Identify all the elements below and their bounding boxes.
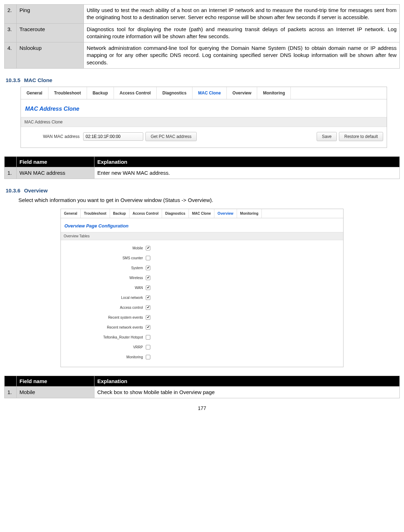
overview-field-table: Field name Explanation 1. Mobile Check b…	[4, 376, 400, 398]
row-desc: Enter new WAN MAC address.	[94, 167, 400, 179]
tab-mac-clone[interactable]: MAC Clone	[192, 87, 227, 99]
tab-monitoring[interactable]: Monitoring	[257, 87, 291, 99]
row-number: 3.	[5, 23, 17, 42]
diagnostics-table: 2. Ping Utility used to test the reach a…	[4, 4, 400, 69]
section-bar: Overview Tables	[61, 232, 343, 240]
col-explanation: Explanation	[94, 376, 400, 387]
section-number: 10.3.6	[6, 187, 21, 193]
cb-row-system: System	[64, 263, 340, 273]
cb-label: SMS counter	[64, 256, 146, 260]
page-number: 177	[4, 405, 400, 411]
checkbox-wireless[interactable]	[146, 276, 150, 280]
checkbox-local-network[interactable]	[146, 295, 150, 300]
checkbox-access-control[interactable]	[146, 305, 150, 310]
tab-overview[interactable]: Overview	[214, 209, 237, 218]
row-number: 2.	[5, 5, 17, 24]
col-field-name: Field name	[17, 156, 94, 167]
cb-label: Recent system events	[64, 316, 146, 319]
row-number: 1.	[5, 167, 17, 179]
row-desc: Utility used to test the reach ability o…	[84, 5, 400, 24]
cb-row-local-network: Local network	[64, 293, 340, 302]
section-heading-overview: 10.3.6 Overview	[6, 187, 400, 193]
col-blank	[5, 156, 17, 167]
tab-diagnostics[interactable]: Diagnostics	[162, 209, 189, 218]
tab-backup[interactable]: Backup	[110, 209, 129, 218]
row-field: Nslookup	[17, 42, 84, 69]
cb-label: Local network	[64, 296, 146, 300]
cb-row-hotspot: Teltonika_Router Hotspot	[64, 332, 340, 342]
cb-label: Recent network events	[64, 325, 146, 329]
row-number: 4.	[5, 42, 17, 69]
cb-row-mobile: Mobile	[64, 243, 340, 253]
tab-backup[interactable]: Backup	[87, 87, 114, 99]
overview-checkbox-list: Mobile SMS counter System Wireless WAN L…	[61, 240, 343, 367]
row-field: Traceroute	[17, 23, 84, 42]
wan-mac-input[interactable]	[83, 132, 143, 141]
cb-label: Teltonika_Router Hotspot	[64, 335, 146, 339]
tab-overview[interactable]: Overview	[227, 87, 257, 99]
cb-label: Monitoring	[64, 355, 146, 359]
section-heading-mac-clone: 10.3.5 MAC Clone	[6, 77, 400, 83]
cb-label: Access control	[64, 306, 146, 310]
row-field: Ping	[17, 5, 84, 24]
row-desc: Check box to show Mobile table in Overvi…	[94, 387, 400, 398]
panel-title: Overview Page Configuration	[61, 218, 343, 232]
table-row: 1. Mobile Check box to show Mobile table…	[5, 387, 400, 398]
table-row: 1. WAN MAC address Enter new WAN MAC add…	[5, 167, 400, 179]
checkbox-recent-system-events[interactable]	[146, 315, 150, 320]
cb-label: Mobile	[64, 246, 146, 250]
cb-row-vrrp: VRRP	[64, 342, 340, 352]
tab-general[interactable]: General	[61, 209, 81, 218]
restore-default-button[interactable]: Restore to default	[339, 132, 383, 141]
row-field: WAN MAC address	[17, 167, 94, 179]
checkbox-sms-counter[interactable]	[146, 256, 150, 260]
cb-label: Wireless	[64, 276, 146, 280]
panel-title: MAC Address Clone	[21, 99, 387, 117]
cb-row-access-control: Access control	[64, 302, 340, 312]
checkbox-monitoring[interactable]	[146, 355, 150, 359]
cb-label: VRRP	[64, 345, 146, 349]
row-desc: Diagnostics tool for displaying the rout…	[84, 23, 400, 42]
screenshot-overview: General Troubleshoot Backup Access Contr…	[60, 209, 344, 367]
checkbox-vrrp[interactable]	[146, 345, 150, 349]
checkbox-hotspot[interactable]	[146, 335, 150, 340]
section-number: 10.3.5	[6, 77, 21, 83]
wan-mac-row: WAN MAC address Get PC MAC address Save …	[21, 127, 387, 148]
section-title: MAC Clone	[24, 77, 52, 83]
cb-row-monitoring: Monitoring	[64, 352, 340, 362]
cb-label: WAN	[64, 286, 146, 290]
checkbox-system[interactable]	[146, 266, 150, 270]
cb-row-recent-system-events: Recent system events	[64, 312, 340, 322]
col-explanation: Explanation	[94, 156, 400, 167]
tab-access-control[interactable]: Access Control	[114, 87, 157, 99]
col-field-name: Field name	[17, 376, 94, 387]
tab-mac-clone[interactable]: MAC Clone	[189, 209, 214, 218]
tab-diagnostics[interactable]: Diagnostics	[157, 87, 192, 99]
save-button[interactable]: Save	[317, 132, 337, 141]
table-row: 3. Traceroute Diagnostics tool for displ…	[5, 23, 400, 42]
section-bar: MAC Address Clone	[21, 117, 387, 127]
get-pc-mac-button[interactable]: Get PC MAC address	[145, 132, 197, 141]
screenshot-mac-clone: General Troubleshoot Backup Access Contr…	[21, 87, 387, 148]
mac-clone-field-table: Field name Explanation 1. WAN MAC addres…	[4, 156, 400, 179]
checkbox-wan[interactable]	[146, 285, 150, 290]
tab-troubleshoot[interactable]: Troubleshoot	[48, 87, 87, 99]
tab-general[interactable]: General	[21, 87, 48, 99]
tab-troubleshoot[interactable]: Troubleshoot	[81, 209, 110, 218]
checkbox-mobile[interactable]	[146, 246, 150, 250]
cb-row-wan: WAN	[64, 283, 340, 293]
table-row: 4. Nslookup Network administration comma…	[5, 42, 400, 69]
section-body-text: Select which information you want to get…	[18, 197, 400, 203]
cb-row-wireless: Wireless	[64, 273, 340, 283]
row-desc: Network administration command-line tool…	[84, 42, 400, 69]
wan-mac-label: WAN MAC address	[24, 134, 81, 139]
cb-row-sms-counter: SMS counter	[64, 253, 340, 263]
tab-bar: General Troubleshoot Backup Access Contr…	[21, 87, 387, 99]
col-blank	[5, 376, 17, 387]
checkbox-recent-network-events[interactable]	[146, 325, 150, 330]
row-number: 1.	[5, 387, 17, 398]
tab-monitoring[interactable]: Monitoring	[237, 209, 262, 218]
table-row: 2. Ping Utility used to test the reach a…	[5, 5, 400, 24]
cb-row-recent-network-events: Recent network events	[64, 322, 340, 332]
tab-access-control[interactable]: Access Control	[129, 209, 162, 218]
